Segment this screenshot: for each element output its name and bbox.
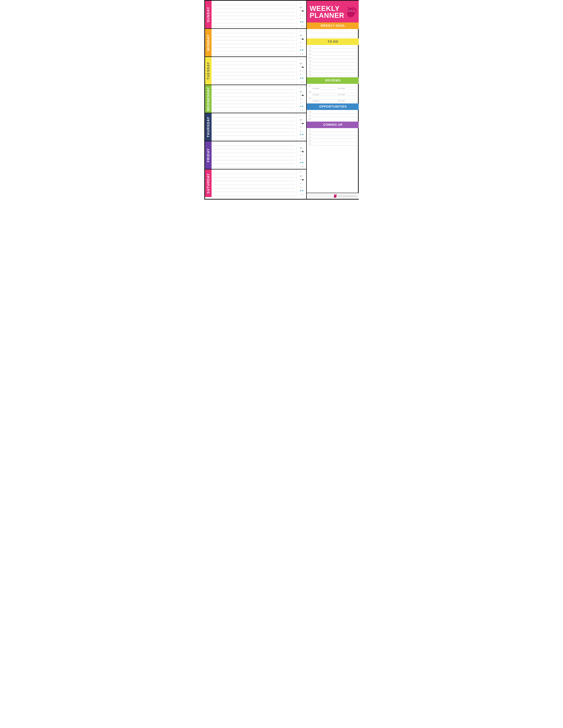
edit-icon: ✎ xyxy=(300,137,301,139)
coming-up-item xyxy=(309,136,357,139)
tumblr-icon: t xyxy=(302,186,304,188)
checkbox-circle[interactable] xyxy=(309,74,311,76)
line xyxy=(213,178,295,181)
wednesday-label: WEDNESDAY xyxy=(205,85,211,113)
social-row: 📊g⁺ xyxy=(300,6,304,8)
line xyxy=(213,165,295,167)
youtube-icon: ▶ xyxy=(302,109,304,111)
social-row: ✎▶ xyxy=(300,25,304,27)
checkbox-circle[interactable] xyxy=(309,133,311,135)
goal-line xyxy=(309,34,357,37)
checkbox-circle[interactable] xyxy=(309,118,311,120)
monday-social: ✉f 📊g⁺ ♻📷 🗑p ◆t 🔗🐦 ✎▶ xyxy=(297,29,306,56)
pinterest-icon: p xyxy=(302,42,304,44)
review-top xyxy=(309,85,357,87)
tuesday-label: TUESDAY xyxy=(205,57,211,85)
facebook-icon: f xyxy=(302,59,304,60)
tumblr-icon: t xyxy=(302,74,304,75)
checkbox-circle[interactable] xyxy=(309,143,311,145)
social-row: 🔗🐦 xyxy=(300,105,304,107)
line xyxy=(213,69,295,72)
tuesday-social: ✉f 📊g⁺ ♻📷 🗑p ◆t 🔗🐦 ✎▶ xyxy=(297,57,306,85)
checkbox-circle[interactable] xyxy=(309,97,311,99)
chart-icon: 📊 xyxy=(300,6,301,8)
checkbox-circle[interactable] xyxy=(309,136,311,138)
todo-line xyxy=(312,56,357,59)
reviews-header: REVIEWS xyxy=(307,77,359,84)
checkbox-circle[interactable] xyxy=(309,57,311,59)
sunday-lines xyxy=(211,1,297,28)
social-row: ♻📷 xyxy=(300,150,304,152)
todo-item xyxy=(309,60,357,63)
facebook-icon: f xyxy=(302,171,304,173)
tumblr-icon: t xyxy=(302,102,304,104)
diamond-icon: ◆ xyxy=(300,74,301,75)
chart-icon: 📊 xyxy=(300,175,301,177)
line xyxy=(213,48,295,51)
company-label: Company: xyxy=(312,100,320,102)
social-row: 📊g⁺ xyxy=(300,175,304,177)
social-row: 🔗🐦 xyxy=(300,134,304,135)
line xyxy=(213,193,295,196)
svg-point-15 xyxy=(334,195,336,197)
todo-line xyxy=(312,63,357,66)
svg-marker-2 xyxy=(347,6,350,9)
checkbox-circle[interactable] xyxy=(309,111,311,113)
checkbox-circle[interactable] xyxy=(309,64,311,66)
checkbox-circle[interactable] xyxy=(309,85,311,87)
opportunities-title: OPPORTUNITIES xyxy=(319,105,347,109)
coming-up-line xyxy=(312,140,357,142)
svg-point-13 xyxy=(354,8,356,10)
checkbox-circle[interactable] xyxy=(309,140,311,142)
svg-point-8 xyxy=(350,11,351,12)
weekly-goal-header: WEEKLY GOAL xyxy=(307,23,359,29)
chart-icon: 📊 xyxy=(300,147,301,149)
checkbox-circle[interactable] xyxy=(309,67,311,69)
checkbox-circle[interactable] xyxy=(309,53,311,55)
line xyxy=(213,41,295,44)
svg-point-20 xyxy=(336,195,337,195)
checkbox-circle[interactable] xyxy=(309,129,311,132)
footer-cat-icon xyxy=(333,194,337,198)
instagram-icon: 📷 xyxy=(302,66,304,68)
saturday-label: SATURDAY xyxy=(205,169,211,197)
line xyxy=(213,136,295,139)
monday-lines xyxy=(211,29,297,56)
social-row: 🔗🐦 xyxy=(300,49,304,51)
diamond-icon: ◆ xyxy=(300,17,301,19)
twitter-icon: 🐦 xyxy=(302,190,304,192)
checkbox-circle[interactable] xyxy=(309,46,311,48)
pinterest-icon: p xyxy=(302,154,304,156)
social-row: ♻📷 xyxy=(300,66,304,68)
company-field xyxy=(321,100,337,102)
social-row: ♻📷 xyxy=(300,179,304,180)
header-title: WEEKLY PLANNER xyxy=(310,5,344,19)
line xyxy=(213,122,295,125)
social-row: ♻📷 xyxy=(300,38,304,40)
checkbox-circle[interactable] xyxy=(309,50,311,52)
recycle-icon: ♻ xyxy=(300,179,301,180)
social-row: ✎▶ xyxy=(300,109,304,111)
todo-item xyxy=(309,56,357,59)
social-row: ◆t xyxy=(300,186,304,188)
link-icon: 🔗 xyxy=(300,134,301,135)
link-icon: 🔗 xyxy=(300,49,301,51)
link-icon: 🔗 xyxy=(300,105,301,107)
pinterest-icon: p xyxy=(302,14,304,15)
checkbox-circle[interactable] xyxy=(309,115,311,117)
saturday-block: SATURDAY ✉f 📊g⁺ ♻📷 🗑p ◆t 🔗🐦 ✎▶ xyxy=(205,169,306,197)
opportunity-item xyxy=(309,114,357,117)
social-row: ♻📷 xyxy=(300,94,304,96)
tumblr-icon: t xyxy=(302,158,304,160)
checkbox-circle[interactable] xyxy=(309,60,311,62)
coming-up-item xyxy=(309,143,357,146)
coming-up-line xyxy=(312,136,357,139)
todo-line xyxy=(312,50,357,52)
social-row: 📊g⁺ xyxy=(300,62,304,64)
pinterest-icon: p xyxy=(302,98,304,100)
email-icon: ✉ xyxy=(300,30,301,32)
line xyxy=(213,24,295,27)
checkbox-circle[interactable] xyxy=(309,70,311,73)
checkbox-circle[interactable] xyxy=(309,91,311,93)
weekly-goal-title: WEEKLY GOAL xyxy=(321,24,346,28)
